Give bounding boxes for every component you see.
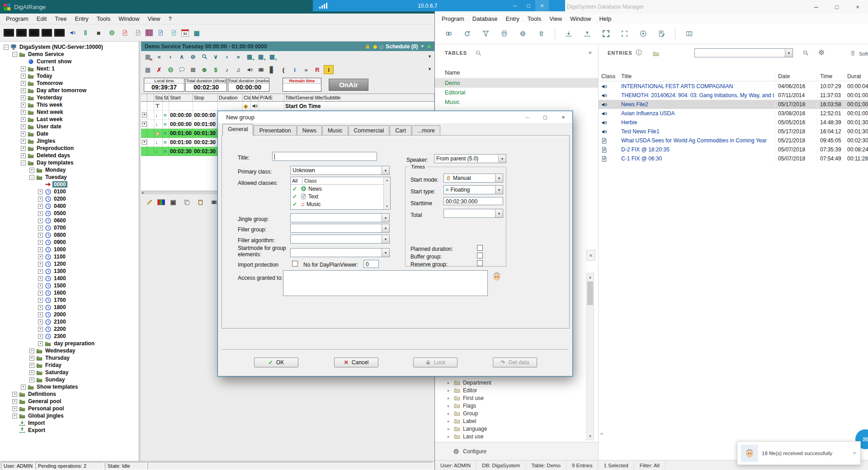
close-button[interactable]: × <box>847 0 868 14</box>
col-title[interactable]: Title <box>618 71 775 81</box>
search-icon[interactable] <box>803 50 809 58</box>
tree-item-2000[interactable]: +2000 <box>0 311 139 318</box>
delete-icon[interactable] <box>535 28 547 40</box>
expand-toggle[interactable]: + <box>142 122 147 127</box>
close-icon[interactable]: × <box>849 450 860 456</box>
tree-item-date[interactable]: +Date <box>0 130 139 137</box>
close-button[interactable]: × <box>554 111 572 124</box>
startmode-select[interactable]: ▼ <box>290 248 390 257</box>
entry-row[interactable]: C-1 FIX @ 06:3005/07/201807:54:4900:11:2… <box>599 154 868 163</box>
lock-button[interactable]: Lock <box>413 357 458 367</box>
layout-screen-4-icon[interactable] <box>42 29 52 37</box>
tree-item-day-after-tomorrow[interactable]: +Day after tomorrow <box>0 87 139 94</box>
trash-icon[interactable] <box>850 50 856 58</box>
lw-menu-window[interactable]: Window <box>114 14 143 23</box>
ok-button[interactable]: ✓OK <box>254 357 298 367</box>
maximize-button[interactable]: □ <box>536 111 554 124</box>
access-granted-textarea[interactable] <box>283 270 488 296</box>
entry-row[interactable]: INTERNATIONAL FEST ARTS COMPAGNIAN04/06/… <box>599 82 868 91</box>
expand-toggle[interactable]: + <box>38 276 43 281</box>
chevron-down-icon[interactable]: ▼ <box>495 209 503 217</box>
expand-toggle[interactable]: + <box>38 247 43 252</box>
expand-toggle[interactable]: − <box>21 160 26 165</box>
filter-icon[interactable] <box>479 28 492 40</box>
chevron-down-icon[interactable]: ▼ <box>495 174 503 182</box>
money-icon[interactable]: $ <box>211 65 221 74</box>
chevron-right-icon[interactable]: ▸ <box>448 427 451 431</box>
dayplan-input[interactable]: 0 <box>363 260 379 268</box>
document-blue-icon[interactable] <box>155 28 166 38</box>
chevron-down-icon[interactable]: ▼ <box>382 224 389 232</box>
rw-menu-help[interactable]: Help <box>595 14 615 23</box>
filler-group-select[interactable]: ▼ <box>290 224 390 233</box>
expand-toggle[interactable]: + <box>38 269 43 274</box>
expand-toggle[interactable]: + <box>38 305 43 310</box>
tree-item-friday[interactable]: +Friday <box>0 362 139 369</box>
entry-row[interactable]: D-2 FIX @ 18:20:3505/07/201807:35:3900:0… <box>599 145 868 154</box>
expand-toggle[interactable]: + <box>21 95 26 100</box>
document-icon[interactable] <box>132 28 143 38</box>
col-c1[interactable] <box>147 94 154 102</box>
chevron-right-icon[interactable]: ▸ <box>448 404 451 408</box>
expand-toggle[interactable]: + <box>21 385 26 390</box>
expand-toggle[interactable]: + <box>29 356 34 361</box>
lw-menu-item[interactable]: ? <box>164 14 175 23</box>
expand-toggle[interactable]: + <box>21 103 26 108</box>
expand-toggle[interactable]: + <box>38 218 43 223</box>
add-button[interactable]: + <box>427 42 431 50</box>
tree-item-1300[interactable]: +1300 <box>0 268 139 275</box>
tree-item-0100[interactable]: +0100 <box>0 188 139 195</box>
scrollbar[interactable]: ▲ ▼ <box>586 273 594 440</box>
tree-item-monday[interactable]: +Monday <box>0 166 139 174</box>
restore-button[interactable]: □ <box>522 0 535 11</box>
tree-item-1400[interactable]: +1400 <box>0 275 139 282</box>
tree-item-0800[interactable]: +0800 <box>0 231 139 239</box>
tree-item-2100[interactable]: +2100 <box>0 318 139 325</box>
name-column-header[interactable]: Name <box>435 68 598 78</box>
globe-icon[interactable] <box>106 28 117 38</box>
title-input[interactable] <box>272 152 377 161</box>
tree-item-user-date[interactable]: +User date <box>0 123 139 130</box>
chevron-down-icon[interactable]: ▼ <box>382 166 389 174</box>
rw-menu-program[interactable]: Program <box>438 14 468 23</box>
report-icon[interactable] <box>119 28 130 38</box>
tab-commercial[interactable]: Commercial <box>349 125 390 136</box>
palette-icon[interactable] <box>157 199 165 205</box>
tree-item-0600[interactable]: +0600 <box>0 217 139 224</box>
expand-toggle[interactable]: + <box>38 291 43 296</box>
filter-item-first-use[interactable]: ▸First use <box>435 394 584 402</box>
filler-algorithm-select[interactable]: ▼ <box>290 235 390 244</box>
audio-icon[interactable] <box>245 65 255 74</box>
add-icon[interactable]: ⊕ <box>199 65 209 74</box>
folder-icon[interactable] <box>653 50 659 58</box>
expand-toggle[interactable]: + <box>21 132 26 136</box>
toolbar2-overflow-icon[interactable]: ▼ <box>428 67 432 71</box>
print-icon[interactable] <box>498 28 510 40</box>
lw-menu-edit[interactable]: Edit <box>33 14 51 23</box>
expand-toggle[interactable]: + <box>142 140 147 145</box>
collapse-icon[interactable]: ∧ <box>177 52 187 61</box>
tree-item-sunday[interactable]: +Sunday <box>0 376 139 383</box>
tree-item-personal-pool[interactable]: +Personal pool <box>0 405 139 412</box>
expand-toggle[interactable]: + <box>38 334 43 339</box>
tree-item-day-preparation[interactable]: +day preparation <box>0 340 139 347</box>
info-icon[interactable] <box>636 49 642 57</box>
tree-item-general-pool[interactable]: +General pool <box>0 398 139 405</box>
tree-item-tuesday[interactable]: −Tuesday <box>0 174 139 181</box>
edit-entry-icon[interactable] <box>655 28 668 40</box>
export-icon[interactable] <box>581 28 594 40</box>
tree-item-global-jingles[interactable]: +Global jingles <box>0 412 139 419</box>
chevron-right-icon[interactable]: ▸ <box>448 381 451 385</box>
rds-icon[interactable]: R <box>312 65 322 74</box>
tree-item-yesterday[interactable]: +Yesterday <box>0 94 139 101</box>
tree-item-show-templates[interactable]: +Show templates <box>0 383 139 390</box>
chevron-down-icon[interactable]: ▼ <box>382 249 389 257</box>
soft-delete-label[interactable]: Soft <box>859 51 868 56</box>
notes-icon[interactable]: ♫ <box>233 65 243 74</box>
expand-toggle[interactable]: + <box>21 88 26 93</box>
tree-item-0000[interactable]: 0000 <box>0 181 139 188</box>
scroll-down-icon[interactable]: ▼ <box>384 203 390 209</box>
info-blue-icon[interactable]: i <box>290 65 300 74</box>
expand-toggle[interactable]: + <box>29 377 34 382</box>
col-date[interactable]: Date <box>775 71 817 81</box>
